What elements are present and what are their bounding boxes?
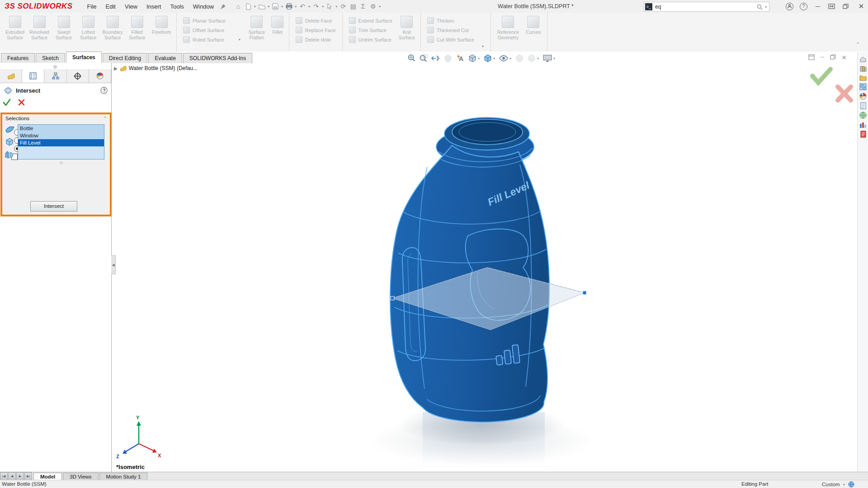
search-box[interactable]: >_ eq ▾	[644, 2, 769, 12]
planar-surface-button[interactable]: Planar Surface	[179, 16, 245, 25]
extend-surface-button[interactable]: Extend Surface	[345, 16, 396, 25]
menu-view[interactable]: View	[120, 1, 142, 12]
menu-file[interactable]: File	[83, 1, 101, 12]
knit-surface-button[interactable]: Knit Surface	[396, 14, 418, 42]
pm-cancel-button[interactable]	[18, 99, 25, 106]
open-caret-icon[interactable]: ▾	[268, 5, 269, 9]
delete-hole-button[interactable]: Delete Hole	[292, 35, 340, 44]
selections-collapse-icon[interactable]: ⌃	[103, 116, 107, 121]
search-icon[interactable]	[757, 4, 763, 10]
model-scene[interactable]: Fill Level Y X Z	[111, 63, 868, 472]
hide-show-items-icon[interactable]: ▾	[499, 54, 512, 63]
options-gear-icon[interactable]: ⚙	[368, 2, 377, 11]
units-selector[interactable]: Custom	[822, 482, 840, 487]
boundary-surface-button[interactable]: Boundary Surface	[100, 14, 125, 42]
restore-document-icon[interactable]	[830, 54, 836, 61]
design-library-icon[interactable]	[859, 65, 867, 72]
close-document-icon[interactable]: ✕	[842, 54, 847, 61]
view-orientation-caret-icon[interactable]: ▾	[478, 56, 480, 61]
curves-button[interactable]: Curves	[523, 14, 544, 37]
ruled-surface-caret-icon[interactable]: ▾	[239, 38, 241, 42]
save-icon[interactable]	[271, 2, 280, 11]
undo-caret-icon[interactable]: ▾	[308, 5, 310, 9]
pm-ok-button[interactable]	[3, 99, 11, 106]
tab-motion-study-1[interactable]: Motion Study 1	[99, 473, 148, 480]
menu-insert[interactable]: Insert	[142, 1, 166, 12]
ruled-surface-button[interactable]: Ruled Surface▾	[179, 35, 245, 44]
thickened-cut-button[interactable]: Thickened Cut	[424, 25, 478, 35]
reference-geometry-button[interactable]: Reference Geometry	[494, 14, 523, 42]
listbox-resize-grip[interactable]	[60, 161, 63, 164]
tab-surfaces[interactable]: Surfaces	[66, 52, 102, 63]
selections-header[interactable]: Selections	[5, 116, 29, 121]
confirm-ok-check-icon[interactable]	[812, 69, 830, 83]
panel-collapse-tab[interactable]: ◀	[111, 255, 116, 274]
tab-3d-views[interactable]: 3D Views	[63, 473, 98, 480]
fillet-button[interactable]: Fillet	[269, 14, 286, 37]
status-tag-icon[interactable]	[848, 481, 854, 488]
compare-icon[interactable]	[859, 121, 867, 128]
revolved-surface-button[interactable]: Revolved Surface	[27, 14, 52, 42]
trim-surface-button[interactable]: Trim Surface	[345, 25, 396, 35]
zoom-to-fit-icon[interactable]	[407, 54, 416, 63]
redo-caret-icon[interactable]: ▾	[322, 5, 324, 9]
selection-item-bottle[interactable]: Bottle	[18, 125, 104, 132]
units-caret-icon[interactable]: ▾	[843, 483, 845, 487]
redo-icon[interactable]: ↷	[311, 2, 321, 11]
select-caret-icon[interactable]: ▾	[335, 5, 337, 9]
previous-tab-icon[interactable]: ◀	[8, 472, 16, 480]
selection-item-fill-level[interactable]: Fill Level	[18, 139, 104, 146]
previous-view-icon[interactable]	[431, 54, 440, 63]
tab-evaluate[interactable]: Evaluate	[148, 53, 182, 63]
minimize-button[interactable]: ─	[814, 3, 822, 10]
tab-features[interactable]: Features	[1, 53, 35, 63]
file-explorer-icon[interactable]	[859, 75, 867, 81]
tab-model[interactable]: Model	[33, 473, 62, 480]
thicken-button[interactable]: Thicken	[424, 16, 478, 25]
edit-appearance-icon[interactable]	[515, 54, 524, 63]
file-properties-icon[interactable]: ▤	[349, 2, 358, 11]
span-displays-button[interactable]	[828, 4, 836, 9]
view-orientation-icon[interactable]: ▾	[468, 54, 480, 63]
cut-with-surface-button[interactable]: Cut With Surface	[424, 35, 478, 44]
custom-properties-icon[interactable]	[860, 102, 867, 109]
panel-splitter-grip[interactable]	[53, 65, 57, 69]
tab-solidworks-addins[interactable]: SOLIDWORKS Add-Ins	[183, 53, 252, 63]
tab-sketch[interactable]: Sketch	[36, 53, 65, 63]
first-tab-icon[interactable]: |◀	[0, 472, 8, 480]
view-palette-icon[interactable]	[859, 83, 867, 90]
display-style-caret-icon[interactable]: ▾	[493, 56, 495, 61]
intersect-button[interactable]: Intersect	[30, 201, 77, 211]
view-settings-caret-icon[interactable]: ▾	[553, 56, 555, 61]
forum-icon[interactable]	[859, 112, 867, 119]
extruded-surface-button[interactable]: Extruded Surface	[3, 14, 27, 42]
help-icon[interactable]: ?	[800, 3, 807, 10]
view-settings-icon[interactable]: ▾	[542, 54, 556, 63]
selection-item-window[interactable]: Window	[18, 132, 104, 139]
selections-listbox[interactable]: Bottle Window Fill Level	[18, 124, 104, 160]
apply-scene-icon[interactable]: ▾	[527, 54, 539, 63]
lofted-surface-button[interactable]: Lofted Surface	[76, 14, 100, 42]
surface-flatten-button[interactable]: Surface Flatten	[245, 14, 269, 42]
section-view-icon[interactable]	[443, 54, 453, 63]
configuration-manager-tab[interactable]	[44, 69, 66, 83]
account-icon[interactable]	[786, 3, 793, 10]
replace-face-button[interactable]: Replace Face	[292, 25, 340, 35]
plane-handle-right[interactable]	[583, 291, 586, 295]
minimize-document-icon[interactable]: ─	[821, 54, 824, 61]
float-window-icon[interactable]	[808, 54, 815, 61]
menu-window[interactable]: Window	[189, 1, 218, 12]
print-icon[interactable]	[284, 2, 293, 11]
water-bottle-model[interactable]: Fill Level	[390, 117, 549, 422]
zoom-to-area-icon[interactable]	[419, 54, 428, 63]
dynamic-annotation-views-icon[interactable]: A	[456, 54, 465, 63]
undo-icon[interactable]: ↶	[298, 2, 307, 11]
resources-icon[interactable]	[859, 56, 867, 63]
open-icon[interactable]	[257, 2, 266, 11]
search-caret-icon[interactable]: ▾	[765, 5, 767, 9]
rebuild-icon[interactable]: ⟳	[339, 2, 348, 11]
appearances-icon[interactable]	[859, 93, 867, 100]
property-manager-tab[interactable]	[22, 69, 44, 83]
plane-handle-left[interactable]	[391, 296, 394, 300]
delete-face-button[interactable]: Delete Face	[292, 16, 340, 25]
